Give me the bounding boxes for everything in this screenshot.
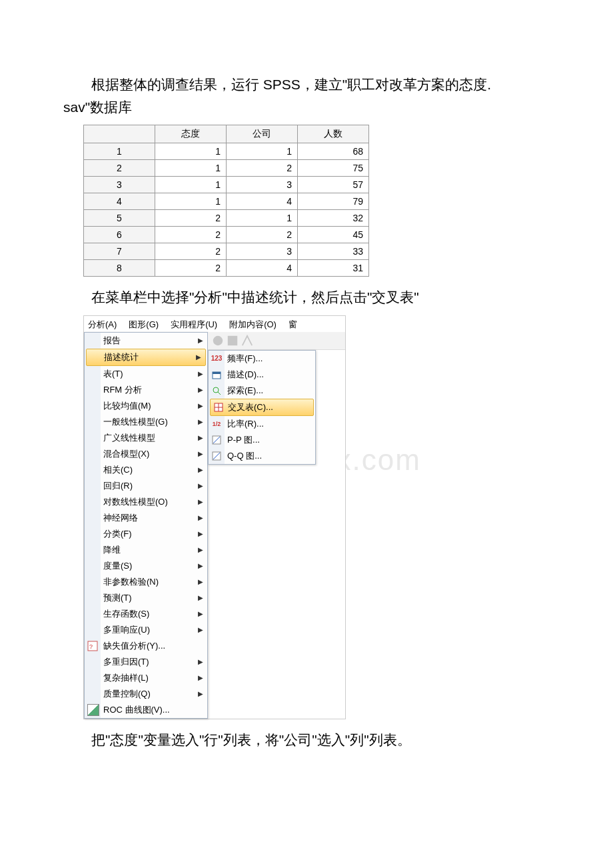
menubar-graphs[interactable]: 图形(G)	[129, 319, 159, 331]
submenu-arrow-icon: ▶	[198, 594, 203, 601]
table-cell: 2	[155, 243, 227, 260]
describe-submenu: 123频率(F)...描述(D)...探索(E)...交叉表(C)...1/2比…	[208, 350, 316, 465]
paragraph-1-line2: sav"数据库	[63, 96, 550, 119]
menu-item[interactable]: 复杂抽样(L)▶	[85, 670, 207, 686]
menu-item[interactable]: 表(T)▶	[85, 366, 207, 382]
svg-point-6	[213, 387, 219, 393]
menu-item[interactable]: 一般线性模型(G)▶	[85, 414, 207, 430]
table-cell: 4	[227, 260, 298, 277]
submenu-arrow-icon: ▶	[198, 337, 203, 344]
roc-icon	[87, 704, 99, 716]
table-row: 21275	[84, 160, 369, 177]
menu-item[interactable]: 广义线性模型▶	[85, 430, 207, 446]
toolbar-strip	[208, 332, 345, 350]
menu-item[interactable]: 分类(F)▶	[85, 526, 207, 542]
menu-item[interactable]: 多重响应(U)▶	[85, 622, 207, 638]
table-cell: 31	[298, 260, 369, 277]
menu-item-label: 缺失值分析(Y)...	[103, 640, 165, 652]
menu-item[interactable]: ROC 曲线图(V)...	[85, 702, 207, 718]
svg-text:?: ?	[89, 643, 93, 650]
table-cell: 1	[155, 177, 227, 193]
menu-item[interactable]: 多重归因(T)▶	[85, 654, 207, 670]
menu-item[interactable]: 报告▶	[85, 333, 207, 349]
table-cell: 32	[298, 210, 369, 227]
menu-item-label: 降维	[103, 544, 121, 556]
menu-item[interactable]: 度量(S)▶	[85, 558, 207, 574]
pp-plot-icon	[211, 435, 222, 445]
menu-item[interactable]: 质量控制(Q)▶	[85, 686, 207, 702]
submenu-arrow-icon: ▶	[198, 450, 203, 457]
submenu-arrow-icon: ▶	[198, 578, 203, 585]
submenu-item[interactable]: 1/2比率(R)...	[209, 416, 315, 432]
menubar-window[interactable]: 窗	[289, 319, 297, 331]
submenu-item-label: 描述(D)...	[227, 369, 264, 381]
table-cell: 2	[155, 210, 227, 227]
menu-item[interactable]: 预测(T)▶	[85, 590, 207, 606]
menu-item-label: 混合模型(X)	[103, 448, 149, 460]
menu-item[interactable]: 降维▶	[85, 542, 207, 558]
submenu-item[interactable]: 探索(E)...	[209, 383, 315, 399]
table-cell: 4	[84, 193, 155, 210]
submenu-arrow-icon: ▶	[198, 386, 203, 393]
toolbar-icon	[212, 335, 224, 347]
table-cell: 3	[84, 177, 155, 193]
table-cell: 1	[155, 193, 227, 210]
table-cell: 79	[298, 193, 369, 210]
spss-data-table: 态度公司人数 111682127531357414795213262245723…	[83, 125, 369, 277]
table-cell: 45	[298, 227, 369, 243]
menu-item[interactable]: 对数线性模型(O)▶	[85, 494, 207, 510]
submenu-arrow-icon: ▶	[198, 434, 203, 441]
menu-item-label: 生存函数(S)	[103, 608, 149, 620]
table-row: 31357	[84, 177, 369, 193]
submenu-item[interactable]: 交叉表(C)...	[210, 399, 314, 416]
menu-item[interactable]: 神经网络▶	[85, 510, 207, 526]
table-cell: 3	[227, 177, 298, 193]
table-header: 公司	[227, 125, 298, 143]
menu-item-label: 描述统计	[104, 351, 139, 363]
table-row: 62245	[84, 227, 369, 243]
menu-item-label: ROC 曲线图(V)...	[103, 704, 170, 716]
table-cell: 2	[227, 227, 298, 243]
table-cell: 6	[84, 227, 155, 243]
menu-item[interactable]: RFM 分析▶	[85, 382, 207, 398]
table-row: 82431	[84, 260, 369, 277]
menu-item-label: 表(T)	[103, 368, 123, 380]
menu-item[interactable]: 回归(R)▶	[85, 478, 207, 494]
menu-item[interactable]: 比较均值(M)▶	[85, 398, 207, 414]
menubar-analyze[interactable]: 分析(A)	[88, 319, 117, 331]
menu-item[interactable]: 描述统计▶	[86, 349, 206, 366]
menu-item[interactable]: 非参数检验(N)▶	[85, 574, 207, 590]
menu-item-label: 预测(T)	[103, 592, 132, 604]
submenu-arrow-icon: ▶	[198, 690, 203, 697]
table-row: 11168	[84, 143, 369, 160]
submenu-item[interactable]: P-P 图...	[209, 432, 315, 448]
menu-item[interactable]: 混合模型(X)▶	[85, 446, 207, 462]
table-cell: 68	[298, 143, 369, 160]
menubar-util[interactable]: 实用程序(U)	[171, 319, 217, 331]
menubar-addons[interactable]: 附加内容(O)	[229, 319, 277, 331]
table-cell: 1	[155, 143, 227, 160]
table-cell: 1	[227, 143, 298, 160]
svg-rect-5	[213, 372, 221, 374]
submenu-arrow-icon: ▶	[198, 370, 203, 377]
crosstab-icon	[213, 402, 224, 413]
menu-item[interactable]: ?缺失值分析(Y)...	[85, 638, 207, 654]
paragraph-1-line1: 根据整体的调查结果，运行 SPSS，建立"职工对改革方案的态度.	[63, 73, 550, 96]
table-cell: 1	[155, 160, 227, 177]
menu-item-label: RFM 分析	[103, 384, 142, 396]
spss-menu-screenshot: 分析(A) 图形(G) 实用程序(U) 附加内容(O) 窗 报告▶描述统计▶表(…	[83, 315, 346, 719]
qq-plot-icon	[211, 451, 222, 461]
submenu-item[interactable]: 描述(D)...	[209, 367, 315, 383]
table-cell: 5	[84, 210, 155, 227]
table-row: 72333	[84, 243, 369, 260]
menu-item[interactable]: 生存函数(S)▶	[85, 606, 207, 622]
submenu-arrow-icon: ▶	[198, 482, 203, 489]
table-cell: 1	[84, 143, 155, 160]
submenu-item[interactable]: Q-Q 图...	[209, 448, 315, 464]
menu-item[interactable]: 相关(C)▶	[85, 462, 207, 478]
menu-item-label: 比较均值(M)	[103, 400, 151, 412]
table-cell: 1	[227, 210, 298, 227]
submenu-arrow-icon: ▶	[198, 466, 203, 473]
submenu-item[interactable]: 123频率(F)...	[209, 351, 315, 367]
table-header: 态度	[155, 125, 227, 143]
